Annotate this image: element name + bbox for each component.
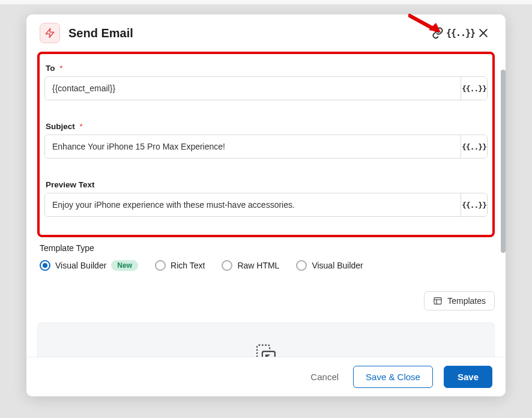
subject-input[interactable] xyxy=(45,135,461,158)
modal-footer: Cancel Save & Close Save xyxy=(26,357,506,396)
radio-label: Rich Text xyxy=(171,261,205,270)
close-button[interactable] xyxy=(474,24,492,42)
to-input[interactable] xyxy=(45,77,461,100)
templates-button-label: Templates xyxy=(447,296,486,306)
radio-raw-html[interactable]: Raw HTML xyxy=(222,260,279,271)
drop-placeholder-icon xyxy=(253,344,279,357)
radio-label: Visual Builder xyxy=(312,261,363,270)
scrollbar-thumb[interactable] xyxy=(501,70,506,253)
radio-circle-icon xyxy=(155,260,166,271)
radio-rich-text[interactable]: Rich Text xyxy=(155,260,205,271)
radio-circle-icon xyxy=(222,260,232,271)
fields-highlight-box: To * {{..}} Subject * {{..}} xyxy=(37,52,495,237)
templates-icon xyxy=(433,296,443,306)
builder-canvas[interactable] xyxy=(37,323,495,357)
subject-insert-variable-button[interactable]: {{..}} xyxy=(461,135,487,158)
radio-circle-icon xyxy=(296,260,307,271)
new-badge: New xyxy=(111,260,138,271)
radio-label: Visual Builder xyxy=(55,261,106,270)
radio-circle-icon xyxy=(40,260,50,271)
radio-visual-builder-new[interactable]: Visual Builder New xyxy=(40,260,138,271)
radio-label: Raw HTML xyxy=(237,261,279,270)
to-insert-variable-button[interactable]: {{..}} xyxy=(461,77,487,100)
svg-marker-0 xyxy=(46,29,54,38)
radio-visual-builder[interactable]: Visual Builder xyxy=(296,260,363,271)
templates-bar: Templates xyxy=(37,291,495,310)
preview-label: Preview Text xyxy=(46,180,488,189)
save-button[interactable]: Save xyxy=(444,366,492,388)
modal-header: Send Email {{..}} xyxy=(26,14,506,52)
save-and-close-button[interactable]: Save & Close xyxy=(353,366,433,388)
modal-body: To * {{..}} Subject * {{..}} xyxy=(26,52,506,357)
field-preview: Preview Text {{..}} xyxy=(44,175,488,220)
template-type-label: Template Type xyxy=(40,243,495,253)
subject-label-text: Subject xyxy=(46,122,75,131)
modal-title: Send Email xyxy=(68,26,424,40)
svg-rect-3 xyxy=(434,298,441,304)
link-icon-button[interactable] xyxy=(429,24,447,42)
preview-input[interactable] xyxy=(45,193,461,216)
preview-label-text: Preview Text xyxy=(46,180,95,189)
template-type-radios: Visual Builder New Rich Text Raw HTML Vi… xyxy=(37,260,495,271)
page-topbar xyxy=(0,0,532,5)
to-input-row: {{..}} xyxy=(44,76,488,100)
subject-label: Subject * xyxy=(46,122,488,131)
insert-variable-button[interactable]: {{..}} xyxy=(452,24,470,42)
to-label-text: To xyxy=(46,64,55,73)
required-star: * xyxy=(80,122,83,131)
templates-button[interactable]: Templates xyxy=(424,291,495,310)
required-star: * xyxy=(59,64,62,73)
bolt-icon xyxy=(40,23,60,43)
preview-insert-variable-button[interactable]: {{..}} xyxy=(461,193,487,216)
field-subject: Subject * {{..}} xyxy=(44,117,488,162)
svg-rect-7 xyxy=(262,351,275,357)
cancel-button[interactable]: Cancel xyxy=(307,367,342,387)
subject-input-row: {{..}} xyxy=(44,135,488,159)
to-label: To * xyxy=(46,64,488,73)
preview-input-row: {{..}} xyxy=(44,193,488,217)
field-to: To * {{..}} xyxy=(44,59,488,104)
send-email-modal: Send Email {{..}} To * xyxy=(26,14,506,396)
